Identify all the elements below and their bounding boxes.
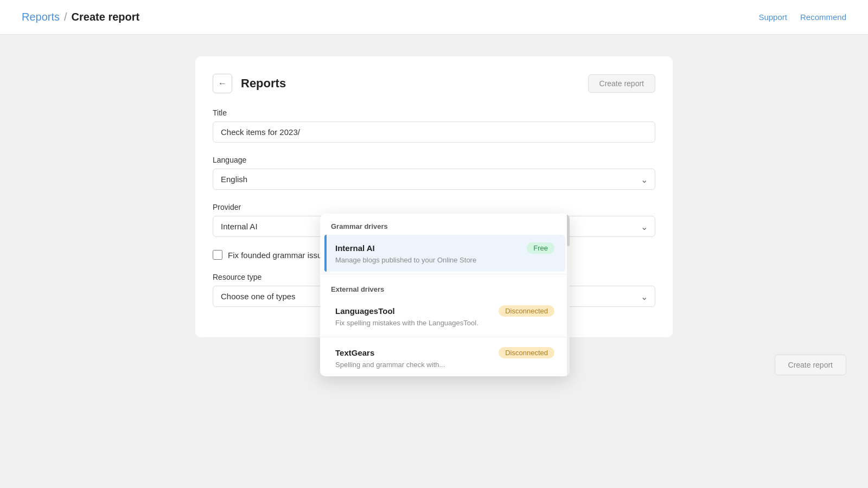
create-report-top-button[interactable]: Create report xyxy=(588,74,655,93)
breadcrumb-current-page: Create report xyxy=(72,11,140,23)
textgears-name: TextGears xyxy=(335,348,374,357)
grammar-drivers-section-title: Grammar drivers xyxy=(320,214,570,235)
internal-ai-desc: Manage blogs published to your Online St… xyxy=(335,256,554,264)
create-report-bottom-button[interactable]: Create report xyxy=(775,355,846,375)
internal-ai-badge: Free xyxy=(527,242,554,254)
languagestool-name: LanguagesTool xyxy=(335,306,395,316)
language-field-group: Language English xyxy=(213,156,655,190)
title-input[interactable] xyxy=(213,121,655,143)
title-field-group: Title xyxy=(213,108,655,143)
textgears-badge: Disconnected xyxy=(499,347,554,358)
auto-fix-checkbox[interactable] xyxy=(213,250,222,260)
scrollbar-thumb xyxy=(567,214,570,246)
breadcrumb: Reports / Create report xyxy=(22,11,139,23)
dropdown-divider-2 xyxy=(320,337,570,337)
provider-label: Provider xyxy=(213,203,655,211)
provider-dropdown: Grammar drivers Internal AI Free Manage … xyxy=(320,214,570,376)
back-button[interactable]: ← xyxy=(213,74,232,93)
selected-accent xyxy=(324,235,327,272)
dropdown-item-internal-ai[interactable]: Internal AI Free Manage blogs published … xyxy=(324,235,565,272)
languagestool-item-header: LanguagesTool Disconnected xyxy=(335,305,554,317)
dropdown-divider-1 xyxy=(320,274,570,274)
language-select-wrapper: English xyxy=(213,169,655,190)
language-select[interactable]: English xyxy=(213,169,655,190)
internal-ai-item-header: Internal AI Free xyxy=(335,242,554,254)
card-header-left: ← Reports xyxy=(213,74,286,93)
card-header: ← Reports Create report xyxy=(213,74,655,93)
dropdown-scroll-area: Grammar drivers Internal AI Free Manage … xyxy=(320,214,570,376)
support-link[interactable]: Support xyxy=(758,12,787,22)
language-label: Language xyxy=(213,156,655,164)
header-actions: Support Recommend xyxy=(758,12,846,22)
dropdown-scrollbar[interactable] xyxy=(567,214,570,376)
languagestool-badge: Disconnected xyxy=(499,305,554,317)
page-header: Reports / Create report Support Recommen… xyxy=(0,0,868,35)
main-content: ← Reports Create report Title Language E… xyxy=(0,35,868,488)
recommend-link[interactable]: Recommend xyxy=(800,12,846,22)
breadcrumb-separator: / xyxy=(64,11,67,23)
breadcrumb-reports-link[interactable]: Reports xyxy=(22,11,60,23)
back-icon: ← xyxy=(218,79,227,88)
dropdown-item-languagestool[interactable]: LanguagesTool Disconnected Fix spelling … xyxy=(324,298,565,335)
internal-ai-name: Internal AI xyxy=(335,243,375,253)
title-label: Title xyxy=(213,108,655,117)
dropdown-item-textgears[interactable]: TextGears Disconnected Spelling and gram… xyxy=(324,339,565,376)
external-drivers-section-title: External drivers xyxy=(320,277,570,298)
textgears-item-header: TextGears Disconnected xyxy=(335,347,554,358)
languagestool-desc: Fix spelling mistakes with the Languages… xyxy=(335,319,554,327)
card-title: Reports xyxy=(241,76,286,91)
textgears-desc: Spelling and grammar check with... xyxy=(335,361,554,369)
